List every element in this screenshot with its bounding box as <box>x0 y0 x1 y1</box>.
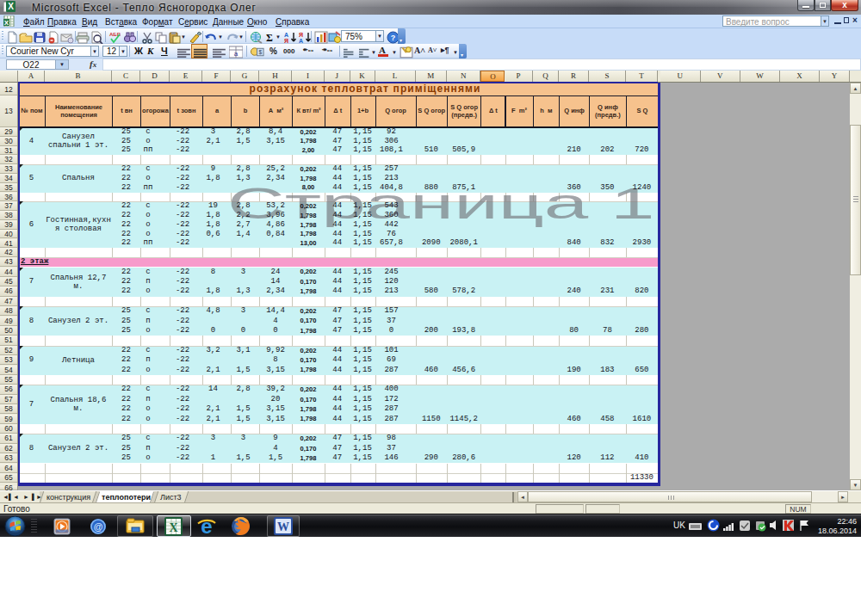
svg-text:X: X <box>169 521 177 534</box>
svg-text:e: e <box>201 516 212 537</box>
svg-text:W: W <box>277 521 289 533</box>
svg-text:@: @ <box>94 521 103 532</box>
